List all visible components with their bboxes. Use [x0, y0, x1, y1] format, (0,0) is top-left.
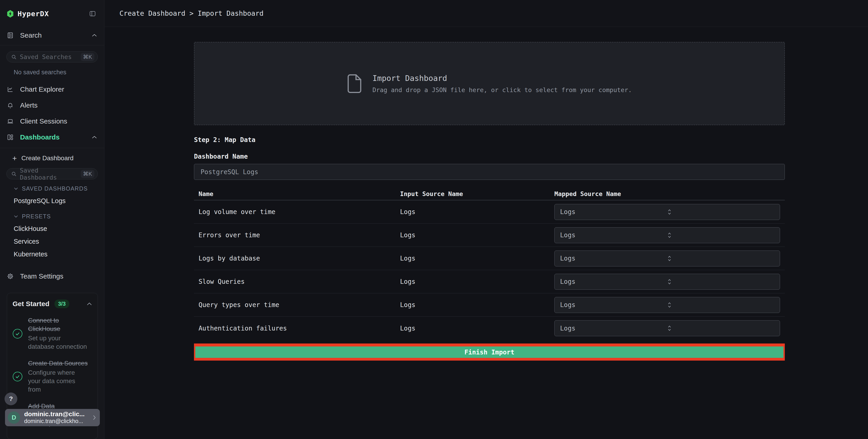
column-header-name: Name [194, 190, 400, 197]
sidebar-item-label: Chart Explorer [20, 86, 97, 93]
divider [0, 148, 104, 148]
row-input-source: Logs [400, 278, 554, 285]
row-name: Errors over time [194, 231, 400, 239]
group-label: PRESETS [22, 213, 51, 220]
row-name: Logs by database [194, 255, 400, 262]
select-chevrons-icon [667, 278, 774, 285]
user-menu[interactable]: D dominic.tran@clic... dominic.tran@clic… [5, 409, 100, 426]
app-title: HyperDX [18, 9, 49, 18]
question-mark-icon: ? [9, 395, 13, 403]
mapped-source-select[interactable]: Logs [554, 204, 780, 220]
gear-icon [7, 273, 14, 280]
step-title: Connect to ClickHouse [28, 316, 88, 333]
chevron-down-icon [14, 187, 18, 190]
no-saved-searches-note: No saved searches [14, 69, 104, 76]
search-icon [11, 54, 17, 60]
row-input-source: Logs [400, 301, 554, 309]
mapped-source-select[interactable]: Logs [554, 227, 780, 243]
group-label: SAVED DASHBOARDS [22, 185, 88, 192]
select-chevrons-icon [667, 209, 774, 215]
sidebar-item-label: Team Settings [20, 272, 97, 280]
sidebar-item-search[interactable]: Search [0, 31, 104, 39]
mapped-source-select[interactable]: Logs [554, 297, 780, 313]
get-started-title: Get Started [12, 300, 50, 308]
breadcrumb: Create Dashboard > Import Dashboard [119, 9, 264, 17]
dashboard-name-input[interactable]: PostgreSQL Logs [194, 164, 785, 180]
annotation-highlight-box: Finish Import [194, 344, 785, 360]
dropzone-title: Import Dashboard [372, 74, 632, 83]
row-name: Authentication failures [194, 324, 400, 332]
select-chevrons-icon [667, 232, 774, 239]
chevron-right-icon [93, 415, 96, 420]
row-input-source: Logs [400, 231, 554, 239]
laptop-icon [7, 118, 14, 125]
sidebar-item-label: Client Sessions [20, 117, 97, 125]
dashboard-name-value: PostgreSQL Logs [200, 168, 258, 176]
check-circle-icon [12, 329, 23, 339]
file-icon [347, 74, 362, 93]
sidebar-preset-services[interactable]: Services [0, 235, 104, 248]
mapped-source-select[interactable]: Logs [554, 320, 780, 336]
mapped-source-select[interactable]: Logs [554, 251, 780, 266]
table-row: Errors over time Logs Logs [194, 224, 785, 247]
sidebar-dashboard-postgresql-logs[interactable]: PostgreSQL Logs [0, 194, 104, 207]
row-input-source: Logs [400, 208, 554, 216]
saved-dashboards-group-toggle[interactable]: SAVED DASHBOARDS [0, 183, 104, 194]
create-dashboard-label: Create Dashboard [22, 155, 73, 162]
get-started-step-connect[interactable]: Connect to ClickHouse Set up your databa… [12, 316, 92, 351]
chevron-down-icon [14, 215, 18, 218]
app-logo[interactable]: HyperDX [7, 9, 49, 18]
page-header: Create Dashboard > Import Dashboard [104, 0, 868, 27]
saved-dashboards-input[interactable]: Saved Dashboards ⌘K [6, 168, 98, 179]
sidebar-item-team-settings[interactable]: Team Settings [0, 272, 104, 280]
table-row: Authentication failures Logs Logs [194, 317, 785, 340]
mapping-table: Name Input Source Name Mapped Source Nam… [194, 188, 785, 340]
import-dropzone[interactable]: Import Dashboard Drag and drop a JSON fi… [194, 42, 785, 125]
chart-icon [7, 86, 14, 93]
row-name: Log volume over time [194, 208, 400, 216]
sidebar-preset-clickhouse[interactable]: ClickHouse [0, 222, 104, 235]
journal-search-icon [7, 32, 14, 39]
plus-icon: + [12, 154, 17, 162]
divider [0, 45, 104, 45]
sidebar-item-label: Search [20, 31, 85, 39]
step-subtitle: Configure where your data comes from [28, 369, 88, 394]
step-title: Create Data Sources [28, 359, 88, 368]
row-input-source: Logs [400, 324, 554, 332]
saved-searches-input[interactable]: Saved Searches ⌘K [6, 51, 98, 62]
row-name: Slow Queries [194, 278, 400, 285]
select-chevrons-icon [667, 255, 774, 262]
chevron-up-icon[interactable] [87, 302, 92, 306]
help-button[interactable]: ? [5, 393, 17, 405]
column-header-input-source: Input Source Name [400, 190, 554, 197]
sidebar-item-dashboards[interactable]: Dashboards [0, 130, 104, 145]
sidebar-item-client-sessions[interactable]: Client Sessions [0, 114, 104, 129]
get-started-progress-badge: 3/3 [55, 300, 69, 308]
sidebar: HyperDX Search [0, 0, 104, 439]
avatar: D [8, 411, 20, 424]
row-name: Query types over time [194, 301, 400, 309]
check-circle-icon [12, 372, 23, 382]
finish-import-button[interactable]: Finish Import [195, 346, 783, 358]
dropzone-description: Drag and drop a JSON file here, or click… [372, 86, 632, 93]
step-subtitle: Set up your database connection [28, 334, 88, 351]
chevron-up-icon [91, 135, 97, 139]
table-row: Query types over time Logs Logs [194, 293, 785, 317]
presets-group-toggle[interactable]: PRESETS [0, 210, 104, 222]
get-started-step-sources[interactable]: Create Data Sources Configure where your… [12, 359, 92, 394]
logo-row: HyperDX [0, 0, 104, 18]
saved-dashboards-placeholder: Saved Dashboards [20, 167, 78, 181]
table-header-row: Name Input Source Name Mapped Source Nam… [194, 188, 785, 200]
collapse-sidebar-icon[interactable] [89, 10, 96, 17]
sidebar-item-alerts[interactable]: Alerts [0, 98, 104, 113]
user-email: dominic.tran@clickho... [24, 418, 88, 425]
row-input-source: Logs [400, 255, 554, 262]
sidebar-item-chart-explorer[interactable]: Chart Explorer [0, 82, 104, 97]
sidebar-preset-kubernetes[interactable]: Kubernetes [0, 248, 104, 260]
table-row: Slow Queries Logs Logs [194, 270, 785, 293]
search-icon [11, 171, 17, 177]
dashboard-name-label: Dashboard Name [194, 153, 785, 160]
mapped-source-select[interactable]: Logs [554, 274, 780, 290]
create-dashboard-button[interactable]: + Create Dashboard [0, 151, 104, 165]
dashboard-grid-icon [7, 134, 14, 140]
